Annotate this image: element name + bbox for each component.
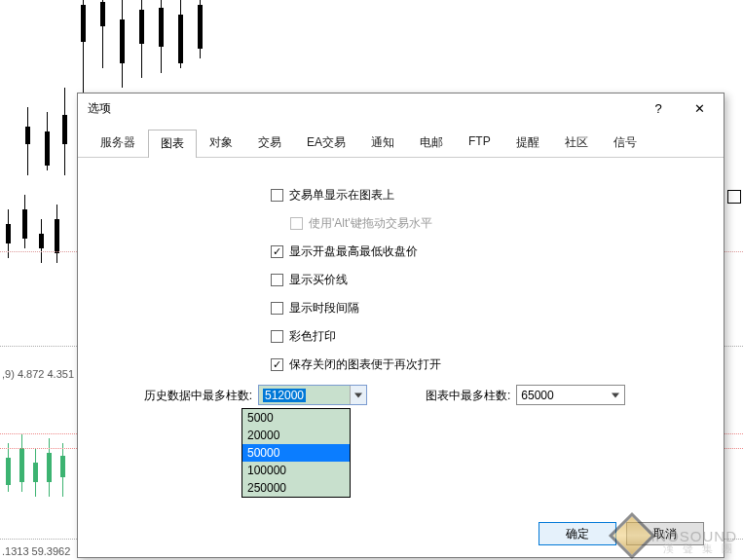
tab-server[interactable]: 服务器 [88, 129, 148, 157]
label-ask: 显示买价线 [289, 272, 348, 288]
label-period: 显示时段间隔 [289, 300, 359, 317]
tab-chart[interactable]: 图表 [148, 130, 197, 158]
tab-ea[interactable]: EA交易 [294, 129, 358, 157]
checkbox-ohlc[interactable] [271, 245, 283, 258]
close-button[interactable]: ✕ [679, 96, 720, 120]
ohlc-label: ,9) 4.872 4.351 [2, 368, 74, 380]
option-5000[interactable]: 5000 [242, 409, 350, 427]
checkbox-period[interactable] [271, 302, 283, 315]
tab-community[interactable]: 社区 [552, 129, 601, 157]
checkbox-show-trade[interactable] [271, 189, 283, 202]
price-indicator [727, 190, 741, 204]
help-button[interactable]: ? [638, 96, 679, 120]
chart-bars-value: 65000 [521, 389, 553, 402]
label-show-trade: 交易单显示在图表上 [289, 187, 394, 204]
tab-signal[interactable]: 信号 [601, 129, 650, 157]
options-dialog: 选项 ? ✕ 服务器 图表 对象 交易 EA交易 通知 电邮 FTP 提醒 社区… [77, 93, 724, 558]
tab-objects[interactable]: 对象 [197, 129, 245, 157]
label-saveclosed: 保存关闭的图表便于再次打开 [289, 356, 441, 373]
tab-ftp[interactable]: FTP [456, 129, 503, 157]
chevron-down-icon[interactable] [350, 386, 366, 404]
tab-alert[interactable]: 提醒 [503, 129, 552, 157]
brand-watermark: SiNOSOUND 漢 聲 集 團 [615, 519, 737, 552]
history-bars-combo[interactable]: 512000 [258, 385, 367, 405]
tab-email[interactable]: 电邮 [407, 129, 456, 157]
tab-notify[interactable]: 通知 [358, 129, 407, 157]
checkbox-alt-drag [290, 217, 303, 230]
brand-icon [609, 512, 655, 559]
chart-bars-label: 图表中最多柱数: [426, 385, 516, 404]
label-alt-drag: 使用'Alt'键拖动交易水平 [309, 215, 432, 232]
chart-bars-combo[interactable]: 65000 [516, 385, 625, 405]
history-bars-label: 历史数据中最多柱数: [107, 385, 258, 404]
label-ohlc: 显示开盘最高最低收盘价 [289, 243, 418, 260]
dialog-content: 交易单显示在图表上 使用'Alt'键拖动交易水平 显示开盘最高最低收盘价 显示买… [78, 158, 724, 516]
tab-bar: 服务器 图表 对象 交易 EA交易 通知 电邮 FTP 提醒 社区 信号 [78, 123, 724, 158]
option-20000[interactable]: 20000 [242, 427, 350, 444]
option-100000[interactable]: 100000 [242, 462, 350, 479]
checkbox-colorprint[interactable] [271, 330, 283, 343]
ok-button[interactable]: 确定 [539, 522, 616, 545]
checkbox-ask[interactable] [271, 274, 283, 286]
coords-label: .1313 59.3962 [2, 545, 70, 557]
checkbox-saveclosed[interactable] [271, 358, 283, 371]
brand-sub: 漢 聲 集 團 [663, 541, 735, 556]
option-50000[interactable]: 50000 [242, 444, 350, 462]
tab-trade[interactable]: 交易 [245, 129, 294, 157]
history-bars-value: 512000 [263, 389, 306, 402]
chevron-down-icon[interactable] [608, 388, 622, 402]
titlebar: 选项 ? ✕ [78, 93, 724, 123]
dialog-title: 选项 [88, 100, 111, 117]
label-colorprint: 彩色打印 [289, 328, 336, 345]
option-250000[interactable]: 250000 [242, 479, 350, 497]
history-bars-dropdown[interactable]: 5000 20000 50000 100000 250000 [241, 408, 351, 498]
